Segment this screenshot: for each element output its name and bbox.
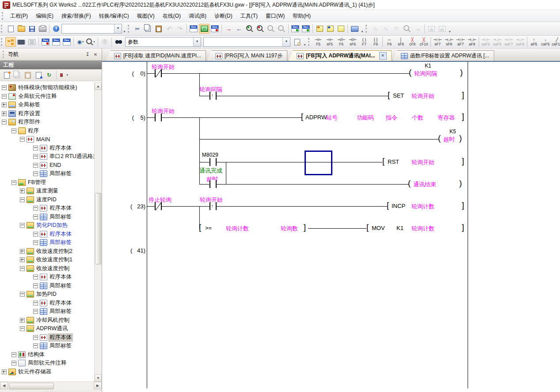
ladder-btn-pulse-not-branch[interactable]: ⊣↑⊢saF7	[503, 37, 514, 48]
tree-item-program-body[interactable]: 程序本体	[0, 299, 102, 308]
menu-online[interactable]: 在线(O)	[159, 11, 185, 21]
ladder-btn-open-branch[interactable]: ⊣⊢sF5	[324, 37, 335, 48]
paste-button[interactable]	[153, 24, 164, 34]
scrollbar-thumb[interactable]	[9, 383, 54, 389]
expand-icon[interactable]	[2, 369, 7, 374]
tree-item-local-label[interactable]: 局部标签	[0, 282, 102, 290]
menu-diagnostics[interactable]: 诊断(D)	[210, 11, 236, 21]
operand-polling-start[interactable]: 轮询开始	[411, 92, 434, 100]
tree-item-fb-winding-speed-1[interactable]: 收放速度控制1	[0, 256, 102, 264]
ladder-btn-coil[interactable]: ( )F7	[358, 37, 370, 48]
module-configuration-button[interactable]	[16, 37, 27, 47]
scroll-right-icon[interactable]: ▶	[94, 382, 102, 389]
device-comment-display-button[interactable]	[188, 24, 199, 34]
ladder-editor[interactable]: ( 0) ( 5) ( 23) ( 41) 轮询开始 K1 轮询间隔 轮询间隔 …	[102, 62, 560, 392]
menu-convert-compile[interactable]: 转换/编译(C)	[95, 11, 133, 21]
collapse-icon[interactable]	[20, 137, 25, 142]
operand-register[interactable]: 寄存器	[438, 114, 455, 122]
tree-vertical-scrollbar[interactable]: ▲ ▼	[94, 83, 102, 382]
tree-horizontal-scrollbar[interactable]: ◀ ▶	[0, 381, 102, 389]
monitor-stop-button[interactable]	[255, 24, 266, 34]
tree-item-program-body[interactable]: 程序本体	[0, 230, 102, 239]
trace-register-button[interactable]	[412, 24, 423, 34]
dropdown-arrow-icon[interactable]	[282, 38, 290, 46]
operand-polling-start[interactable]: 轮询开始	[411, 158, 434, 166]
menu-project[interactable]: 工程(P)	[6, 11, 32, 21]
trace-search-button[interactable]	[402, 24, 412, 34]
tree-item-main[interactable]: MAIN	[0, 135, 102, 144]
open-project-button[interactable]	[16, 24, 27, 34]
refresh-view-button[interactable]	[44, 71, 54, 79]
contact-pulse-polling-start[interactable]	[210, 202, 217, 210]
operand-count[interactable]: 个数	[412, 114, 423, 122]
ladder-btn-delete-horizontal[interactable]: ╳cF9	[407, 37, 418, 48]
device-display-button-2[interactable]	[301, 24, 311, 34]
remote-operation-button[interactable]	[349, 24, 360, 34]
menu-view[interactable]: 视图(V)	[133, 11, 159, 21]
panel-resize-handle[interactable]: ·······	[0, 389, 102, 392]
dropdown-arrow-icon[interactable]: ▾	[66, 73, 68, 77]
toolbar-overflow-icon[interactable]	[302, 37, 307, 47]
ladder-btn-pulse-branch[interactable]: ⊣↑⊢aF7	[455, 37, 466, 48]
ladder-btn-delete-line[interactable]: ╱caF10	[551, 37, 560, 48]
expand-icon[interactable]	[20, 188, 25, 193]
quick-find-combobox[interactable]	[61, 24, 122, 34]
tree-item-programs[interactable]: 程序	[0, 127, 102, 136]
device-find-button[interactable]	[40, 37, 51, 47]
expand-icon[interactable]	[2, 111, 7, 116]
tree-item-fb-speed-pid[interactable]: 速度PID	[0, 196, 102, 204]
contact-no-timeout[interactable]	[210, 180, 217, 188]
cut-button[interactable]	[132, 24, 143, 34]
tree-item-device-memory[interactable]: 软元件存储器	[0, 368, 102, 377]
collapse-icon[interactable]	[20, 197, 25, 202]
ladder-btn-horizontal-line[interactable]: ─F9	[384, 37, 395, 48]
context-help-button[interactable]	[99, 37, 110, 47]
undo-button[interactable]	[164, 24, 175, 34]
tab-prg-write-main[interactable]: [PRG]写入 MAIN 1197步	[207, 50, 287, 61]
tree-item-adprw-local-label[interactable]: 局部标签	[0, 342, 102, 351]
output-window-button[interactable]	[27, 37, 37, 47]
tree-item-adprw-program-body[interactable]: 程序本体	[0, 333, 102, 342]
collapse-icon[interactable]	[20, 292, 25, 297]
operand-polling-count[interactable]: 轮询计数	[411, 203, 434, 211]
tree-item-fb-winding-speed[interactable]: 收放速度控制	[0, 264, 102, 273]
ladder-btn-pulse-not-contact[interactable]: ⊣↑⊢saF5	[480, 37, 491, 48]
dropdown-arrow-icon[interactable]: ▾	[93, 40, 95, 44]
monitor-mode-button[interactable]	[199, 24, 210, 34]
note-button[interactable]	[325, 24, 335, 34]
ladder-btn-pulse-contact[interactable]: ⊣↑⊢sF7	[432, 37, 443, 48]
tab-fb-label-setting-adprw[interactable]: 函数/FB标签设置 ADPRW通讯 [...	[392, 50, 494, 61]
sampling-trace-button-1[interactable]	[370, 24, 381, 34]
menu-help[interactable]: 帮助(H)	[289, 11, 315, 21]
tree-item-global-device-comment[interactable]: 全局软元件注释	[0, 92, 102, 101]
contact-nc-stop-polling[interactable]	[155, 202, 162, 210]
sampling-trace-button-2[interactable]	[381, 24, 391, 34]
operand-polling-count[interactable]: 轮询计数	[226, 225, 249, 233]
cross-reference-button[interactable]	[113, 37, 124, 47]
ladder-btn-open-contact[interactable]: ⊣⊢F5	[312, 37, 324, 48]
menu-find-replace[interactable]: 搜索/替换(F)	[57, 11, 95, 21]
tree-item-fb-manage[interactable]: FB管理	[0, 178, 102, 187]
print-button[interactable]	[37, 24, 48, 34]
tab-fb-write-adprw[interactable]: [FB]写入 ADPRW通讯(MAI...	[288, 50, 391, 61]
monitor-resume-button[interactable]	[276, 24, 287, 34]
expand-icon[interactable]	[20, 318, 25, 323]
tree-item-fb-winding-speed-2[interactable]: 收放速度控制2	[0, 247, 102, 256]
coil-comm-end[interactable]: 通讯结束	[413, 181, 436, 188]
operand-instruction[interactable]: 指令	[386, 114, 397, 122]
tree-item-global-label[interactable]: 全局标签	[0, 101, 102, 109]
contact-nc-polling-start[interactable]	[155, 69, 162, 77]
scroll-down-icon[interactable]: ▼	[95, 374, 102, 382]
device-batch-button[interactable]	[61, 37, 72, 47]
tree-item-special-module[interactable]: 特殊模块(智能功能模块)	[0, 83, 102, 92]
coil-timeout[interactable]: 超时	[443, 136, 455, 143]
pin-icon[interactable]	[84, 51, 91, 58]
toolbar-overflow-icon[interactable]	[447, 24, 452, 34]
help-button[interactable]	[51, 24, 61, 34]
operand-station[interactable]: 站号	[326, 114, 338, 122]
tab-fb-read-speed-pid[interactable]: [FB]读取 速度PID(MAIN.速度PI...	[106, 50, 206, 61]
close-icon[interactable]	[379, 52, 387, 60]
declaration-button[interactable]	[335, 24, 346, 34]
sort-filter-dropdown-button[interactable]: ▾	[59, 71, 69, 79]
print-preview-button[interactable]	[292, 37, 302, 47]
